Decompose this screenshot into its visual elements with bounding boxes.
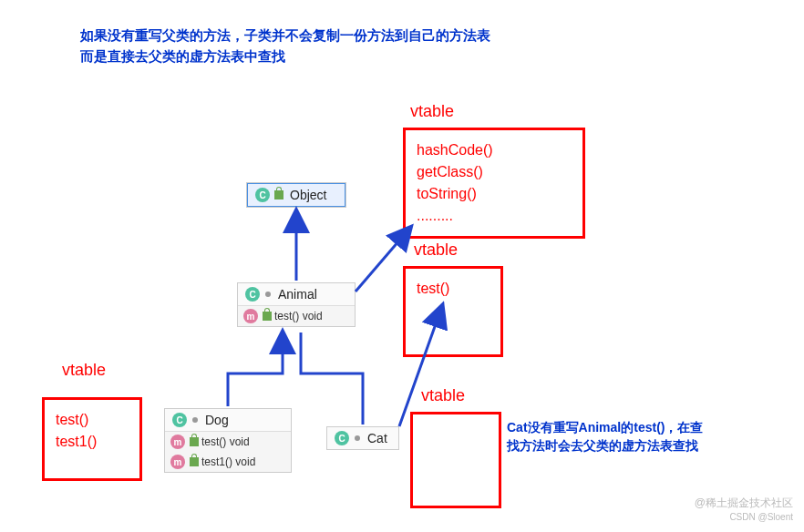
header-line1: 如果没有重写父类的方法，子类并不会复制一份方法到自己的方法表 bbox=[80, 26, 490, 46]
vtable-method: test() bbox=[417, 278, 490, 300]
dot-icon bbox=[355, 435, 360, 441]
dog-method-test: m test() void bbox=[165, 432, 291, 452]
method-icon: m bbox=[170, 435, 185, 449]
method-label: test() void bbox=[274, 310, 323, 322]
animal-class-box: C Animal m test() void bbox=[237, 282, 356, 327]
dog-class-box: C Dog m test() void m test1() void bbox=[164, 408, 292, 473]
cat-class-header: C Cat bbox=[327, 427, 398, 449]
object-class-box: C Object bbox=[246, 182, 346, 208]
class-icon: C bbox=[245, 287, 260, 302]
lock-icon bbox=[263, 312, 272, 321]
vtable-method: ......... bbox=[417, 205, 572, 227]
method-icon: m bbox=[243, 309, 258, 323]
cat-note-line1: Cat没有重写Animal的test()，在查 bbox=[507, 419, 780, 437]
cat-class-name: Cat bbox=[367, 431, 387, 445]
dog-vtable-box: test() test1() bbox=[42, 397, 142, 481]
header-description: 如果没有重写父类的方法，子类并不会复制一份方法到自己的方法表 而是直接去父类的虚… bbox=[80, 26, 490, 66]
object-class-header: C Object bbox=[247, 183, 345, 207]
watermark-sub: CSDN @Sloent bbox=[695, 511, 793, 523]
method-label: test1() void bbox=[201, 455, 255, 468]
dog-vtable-label: vtable bbox=[62, 361, 106, 380]
dog-class-header: C Dog bbox=[165, 409, 291, 432]
vtable-method: test1() bbox=[56, 431, 129, 453]
object-vtable-label: vtable bbox=[410, 102, 454, 121]
class-icon: C bbox=[172, 413, 187, 427]
lock-icon bbox=[190, 437, 199, 446]
watermark: @稀土掘金技术社区 CSDN @Sloent bbox=[695, 496, 793, 523]
watermark-main: @稀土掘金技术社区 bbox=[695, 496, 793, 511]
class-icon: C bbox=[335, 431, 349, 445]
animal-vtable-box: test() bbox=[403, 266, 503, 357]
lock-icon bbox=[274, 190, 283, 200]
animal-class-name: Animal bbox=[278, 287, 317, 302]
header-line2: 而是直接去父类的虚方法表中查找 bbox=[80, 46, 490, 67]
vtable-method: toString() bbox=[417, 183, 572, 205]
animal-vtable-label: vtable bbox=[414, 240, 458, 260]
object-vtable-box: hashCode() getClass() toString() .......… bbox=[403, 128, 585, 239]
arrow-dog-animal bbox=[228, 332, 283, 406]
cat-note: Cat没有重写Animal的test()，在查 找方法时会去父类的虚方法表查找 bbox=[507, 419, 780, 455]
class-icon: C bbox=[255, 188, 270, 202]
method-icon: m bbox=[170, 455, 185, 469]
dog-class-name: Dog bbox=[205, 413, 229, 427]
cat-class-box: C Cat bbox=[326, 426, 399, 450]
cat-note-line2: 找方法时会去父类的虚方法表查找 bbox=[507, 437, 780, 455]
vtable-method: hashCode() bbox=[417, 139, 572, 161]
arrow-cat-animal bbox=[301, 332, 363, 425]
dog-method-test1: m test1() void bbox=[165, 452, 291, 472]
dot-icon bbox=[192, 417, 198, 423]
cat-vtable-box bbox=[410, 412, 501, 508]
vtable-method: getClass() bbox=[417, 161, 572, 183]
object-class-name: Object bbox=[290, 188, 326, 202]
cat-vtable-label: vtable bbox=[421, 386, 465, 405]
lock-icon bbox=[190, 457, 199, 466]
dot-icon bbox=[265, 292, 271, 297]
vtable-method: test() bbox=[56, 409, 129, 431]
animal-method-test: m test() void bbox=[238, 306, 355, 326]
animal-class-header: C Animal bbox=[238, 283, 355, 306]
arrow-animal-vtable bbox=[356, 228, 410, 292]
method-label: test() void bbox=[201, 435, 250, 448]
